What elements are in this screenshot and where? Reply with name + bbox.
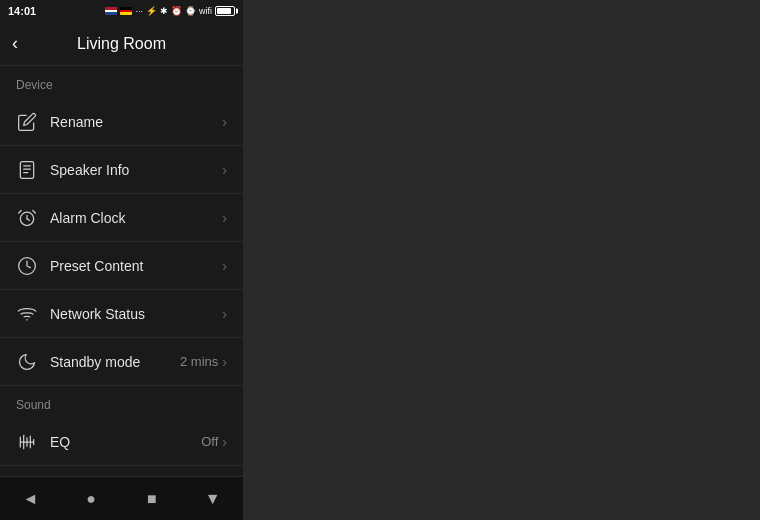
nav-home-button[interactable]: ● xyxy=(69,477,113,521)
standby-mode-label: Standby mode xyxy=(50,354,180,370)
menu-item-rename[interactable]: Rename › xyxy=(0,98,243,146)
battery-fill xyxy=(217,8,231,14)
menu-item-eq[interactable]: EQ Off › xyxy=(0,418,243,466)
rename-chevron: › xyxy=(222,114,227,130)
menu-item-speaker-info[interactable]: Speaker Info › xyxy=(0,146,243,194)
menu-item-alarm-clock[interactable]: Alarm Clock › xyxy=(0,194,243,242)
header: ‹ Living Room xyxy=(0,22,243,66)
standby-mode-value: 2 mins xyxy=(180,354,218,369)
eq-chevron: › xyxy=(222,434,227,450)
network-status-icon xyxy=(16,303,38,325)
alarm-clock-chevron: › xyxy=(222,210,227,226)
section-device-label: Device xyxy=(0,66,243,98)
eq-value: Off xyxy=(201,434,218,449)
dots-icon: ··· xyxy=(135,6,143,16)
section-sound-label: Sound xyxy=(0,386,243,418)
nav-down-button[interactable]: ▼ xyxy=(191,477,235,521)
network-status-chevron: › xyxy=(222,306,227,322)
bluetooth-icon: ⚡ xyxy=(146,6,157,16)
menu-item-network-status[interactable]: Network Status › xyxy=(0,290,243,338)
preset-content-label: Preset Content xyxy=(50,258,222,274)
right-panel xyxy=(243,0,760,520)
preset-content-icon xyxy=(16,255,38,277)
menu-item-audio-settings[interactable]: Audio settings › xyxy=(0,466,243,476)
asterisk-icon: ✱ xyxy=(160,6,168,16)
speaker-info-chevron: › xyxy=(222,162,227,178)
menu-item-preset-content[interactable]: Preset Content › xyxy=(0,242,243,290)
speaker-info-icon xyxy=(16,159,38,181)
svg-point-8 xyxy=(26,319,28,321)
status-icons: ··· ⚡ ✱ ⏰ ⌚ wifi xyxy=(105,6,235,16)
clock-status-icon: ⌚ xyxy=(185,6,196,16)
flag-nl-icon xyxy=(105,7,117,15)
network-status-label: Network Status xyxy=(50,306,222,322)
svg-line-6 xyxy=(27,218,30,220)
nav-back-button[interactable]: ◄ xyxy=(8,477,52,521)
status-bar: 14:01 ··· ⚡ ✱ ⏰ ⌚ wifi xyxy=(0,0,243,22)
phone-panel: 14:01 ··· ⚡ ✱ ⏰ ⌚ wifi ‹ Living Room Dev… xyxy=(0,0,243,520)
eq-label: EQ xyxy=(50,434,201,450)
flag-de-icon xyxy=(120,7,132,15)
preset-content-chevron: › xyxy=(222,258,227,274)
alarm-status-icon: ⏰ xyxy=(171,6,182,16)
standby-mode-icon xyxy=(16,351,38,373)
wifi-icon: wifi xyxy=(199,6,212,16)
svg-rect-0 xyxy=(20,161,33,178)
eq-icon xyxy=(16,431,38,453)
nav-recent-button[interactable]: ■ xyxy=(130,477,174,521)
status-time: 14:01 xyxy=(8,5,36,17)
rename-icon xyxy=(16,111,38,133)
menu-item-standby-mode[interactable]: Standby mode 2 mins › xyxy=(0,338,243,386)
battery-icon xyxy=(215,6,235,16)
back-button[interactable]: ‹ xyxy=(12,33,18,54)
alarm-clock-label: Alarm Clock xyxy=(50,210,222,226)
content: Device Rename › Speaker Info › Alarm Clo… xyxy=(0,66,243,476)
header-title: Living Room xyxy=(77,35,166,53)
bottom-nav: ◄ ● ■ ▼ xyxy=(0,476,243,520)
speaker-info-label: Speaker Info xyxy=(50,162,222,178)
alarm-clock-icon xyxy=(16,207,38,229)
rename-label: Rename xyxy=(50,114,222,130)
standby-mode-chevron: › xyxy=(222,354,227,370)
